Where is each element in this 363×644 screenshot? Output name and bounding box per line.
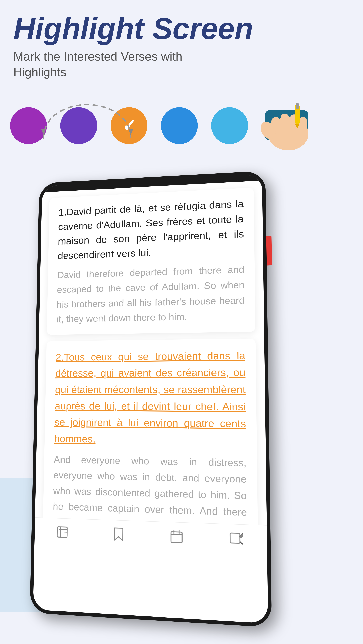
color-dot-blue-dark[interactable] [161, 107, 198, 144]
phone-frame: 1.David partit de là, et se réfugia dans… [30, 171, 272, 628]
nav-calendar-icon[interactable] [170, 529, 184, 544]
svg-line-18 [171, 534, 182, 535]
svg-rect-21 [230, 533, 240, 544]
dashed-arc-icon [30, 77, 147, 140]
svg-rect-5 [281, 114, 289, 137]
svg-rect-10 [296, 104, 299, 108]
nav-book-icon[interactable] [56, 525, 69, 539]
svg-marker-16 [114, 528, 123, 540]
color-dot-blue-light[interactable] [211, 107, 248, 144]
phone-mockup: 1.David partit de là, et se réfugia dans… [31, 170, 265, 612]
svg-line-14 [59, 530, 67, 530]
nav-image-edit-icon[interactable] [229, 531, 244, 546]
nav-bookmark-icon[interactable] [112, 527, 125, 542]
phone-screen: 1.David partit de là, et se réfugia dans… [33, 174, 268, 623]
phone-side-button [266, 236, 272, 266]
svg-marker-1 [41, 129, 46, 135]
page-subtitle: Mark the Interested Verses with Highligh… [13, 49, 350, 80]
svg-line-15 [59, 532, 67, 532]
svg-rect-7 [299, 117, 307, 137]
svg-line-23 [240, 542, 243, 544]
verse1-english-text: David therefore departed from there and … [56, 262, 245, 327]
verse-card-1: 1.David partit de là, et se réfugia dans… [47, 188, 255, 335]
hand-highlighter-icon [255, 100, 315, 150]
svg-marker-0 [128, 129, 133, 135]
page-title: Highlight Screen [13, 14, 350, 44]
color-row-container: ✓ [0, 87, 363, 160]
verse-card-2: 2.Tous ceux qui se trouvaient dans la dé… [42, 338, 258, 546]
phone-section: 1.David partit de là, et se réfugia dans… [0, 170, 363, 612]
highlighter-hand [255, 100, 315, 151]
verse2-french-highlighted-text: 2.Tous ceux qui se trouvaient dans la dé… [54, 347, 246, 450]
verse1-french-text: 1.David partit de là, et se réfugia dans… [57, 196, 244, 263]
subtitle-line1: Mark the Interested Verses with [13, 50, 182, 63]
header-section: Highlight Screen Mark the Interested Ver… [0, 0, 363, 87]
svg-rect-17 [171, 532, 182, 543]
page-root: Highlight Screen Mark the Interested Ver… [0, 0, 363, 644]
